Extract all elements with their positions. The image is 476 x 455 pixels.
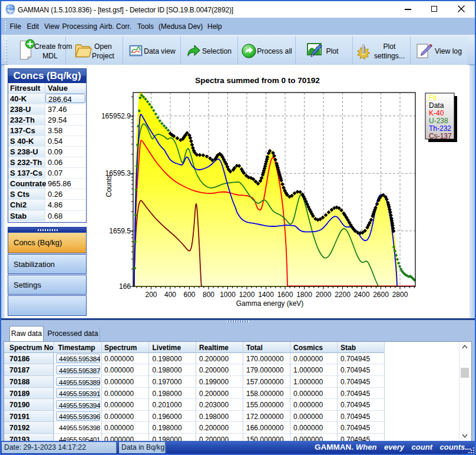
svg-text:165952.9: 165952.9 [101, 112, 131, 120]
svg-text:1800: 1800 [296, 291, 312, 299]
svg-text:K-40: K-40 [429, 109, 444, 117]
svg-text:Fit: Fit [429, 94, 437, 102]
svg-text:Spectra summed from 0 to 70192: Spectra summed from 0 to 70192 [195, 76, 320, 85]
svg-text:1000: 1000 [220, 291, 236, 299]
svg-text:Th-232: Th-232 [429, 124, 451, 133]
svg-text:1400: 1400 [258, 291, 274, 299]
svg-text:400: 400 [164, 291, 176, 299]
svg-text:1200: 1200 [239, 291, 255, 299]
svg-text:2400: 2400 [354, 291, 370, 299]
svg-text:1600: 1600 [277, 291, 293, 299]
svg-text:2200: 2200 [335, 291, 351, 299]
svg-text:200: 200 [145, 291, 157, 299]
svg-text:166: 166 [119, 282, 131, 291]
svg-text:2600: 2600 [373, 291, 389, 299]
svg-text:Cs-137: Cs-137 [429, 132, 452, 140]
svg-text:U-238: U-238 [429, 117, 448, 125]
svg-text:600: 600 [183, 291, 195, 299]
svg-text:1659.5: 1659.5 [109, 227, 131, 235]
svg-text:Gamma energy (keV): Gamma energy (keV) [236, 299, 304, 308]
svg-text:Data: Data [429, 101, 444, 110]
svg-text:2000: 2000 [316, 291, 332, 299]
svg-text:2800: 2800 [392, 291, 408, 299]
svg-text:Counts: Counts [105, 174, 113, 197]
svg-text:800: 800 [203, 291, 214, 299]
